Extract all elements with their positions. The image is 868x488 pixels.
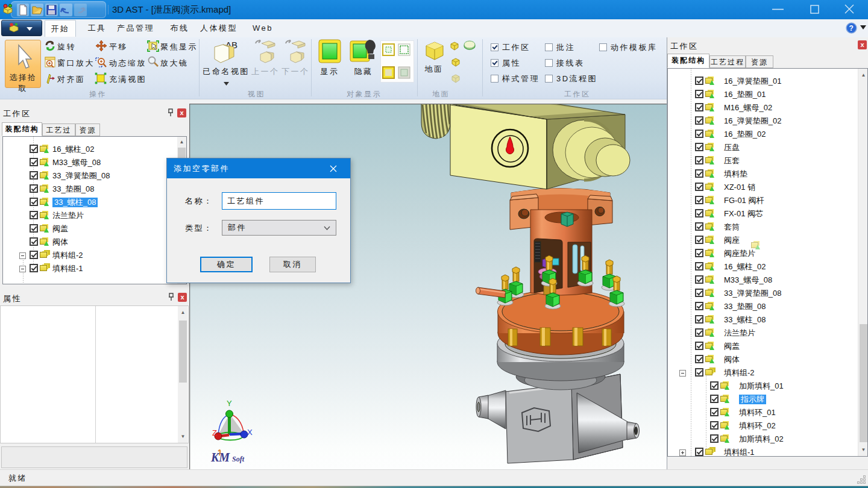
svg-text:X: X — [247, 428, 253, 437]
svg-text:?: ? — [849, 24, 854, 33]
svg-text:Z: Z — [212, 428, 217, 437]
svg-text:Y: Y — [227, 399, 232, 408]
svg-text:KM: KM — [210, 451, 230, 464]
svg-text:Soft: Soft — [232, 455, 245, 463]
